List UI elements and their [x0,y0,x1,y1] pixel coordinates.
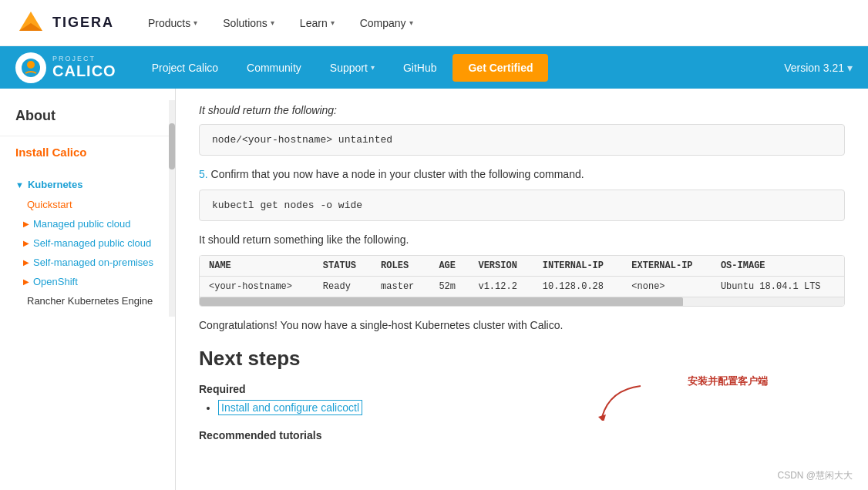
sidebar-managed-cloud[interactable]: ▶ Managed public cloud [15,214,160,233]
nodes-table: NAME STATUS ROLES AGE VERSION INTERNAL-I… [200,256,844,297]
learn-chevron-icon: ▾ [331,18,335,27]
sidebar-rancher[interactable]: Rancher Kubernetes Engine [15,291,160,310]
openshift-triangle-icon: ▶ [23,277,29,286]
svg-point-3 [27,61,35,69]
calico-logo-text: PROJECT CALICO [52,55,116,80]
table-scrollbar-thumb[interactable] [200,297,683,307]
step-number: 5. [199,168,211,180]
annotation-area: 安装并配置客户端 Install and configure calicoctl [199,401,845,414]
company-chevron-icon: ▾ [409,18,413,27]
table-header-row: NAME STATUS ROLES AGE VERSION INTERNAL-I… [200,256,844,277]
self-managed-on-premises-triangle-icon: ▶ [23,258,29,267]
kubernetes-arrow-icon: ▼ [15,180,24,190]
sidebar-quickstart[interactable]: Quickstart [15,195,160,214]
sidebar: About Install Calico ▼ Kubernetes Quicks… [0,89,176,490]
col-internal-ip: INTERNAL-IP [533,256,623,277]
main-container: About Install Calico ▼ Kubernetes Quicks… [0,89,868,490]
solutions-nav-link[interactable]: Solutions ▾ [212,11,285,35]
sidebar-scroll-area: About Install Calico ▼ Kubernetes Quicks… [0,100,175,317]
calico-logo[interactable]: PROJECT CALICO [15,52,116,83]
github-link[interactable]: GitHub [391,55,449,80]
get-certified-button[interactable]: Get Certified [453,54,548,82]
cell-external-ip: <none> [622,277,712,297]
col-roles: ROLES [372,256,429,277]
sidebar-openshift[interactable]: ▶ OpenShift [15,272,160,291]
sidebar-scrollbar-thumb[interactable] [169,123,175,169]
tigera-logo-text: TIGERA [52,15,114,31]
step-5-text: 5. Confirm that you now have a node in y… [199,168,845,180]
solutions-chevron-icon: ▾ [271,18,274,27]
version-chevron-icon: ▾ [847,62,853,74]
col-external-ip: EXTERNAL-IP [622,256,712,277]
sidebar-kubernetes[interactable]: ▼ Kubernetes [15,174,160,195]
sidebar-scrollbar-track[interactable] [169,100,175,317]
sidebar-self-managed-public[interactable]: ▶ Self-managed public cloud [15,233,160,253]
calico-navigation: PROJECT CALICO Project Calico Community … [0,46,868,89]
recommended-tutorials-label: Recommended tutorials [199,429,845,441]
install-calicoctl-link[interactable]: Install and configure calicoctl [218,400,362,415]
products-nav-link[interactable]: Products ▾ [137,11,208,35]
annotation-arrow [587,382,648,421]
should-return-text: It should return the following: [199,104,845,116]
self-managed-public-triangle-icon: ▶ [23,239,29,247]
managed-cloud-triangle-icon: ▶ [23,220,29,228]
calico-logo-icon [15,52,46,83]
code-block-1: node/<your-hostname> untainted [199,124,845,156]
code-block-2: kubectl get nodes -o wide [199,190,845,221]
required-list-item: Install and configure calicoctl [218,401,845,414]
col-os-image: OS-IMAGE [712,256,844,277]
table-body: <your-hostname> Ready master 52m v1.12.2… [200,277,844,297]
congrats-text: Congratulations! You now have a single-h… [199,319,845,331]
it-should-return: It should return something like the foll… [199,233,845,246]
top-navigation: TIGERA Products ▾ Solutions ▾ Learn ▾ Co… [0,0,868,46]
cell-version: v1.12.2 [469,277,533,297]
next-steps-heading: Next steps [199,347,845,371]
sidebar-about: About [0,100,175,136]
chinese-annotation-text: 安装并配置客户端 [688,374,768,388]
col-status: STATUS [314,256,372,277]
cell-hostname: <your-hostname> [200,277,314,297]
tigera-logo[interactable]: TIGERA [15,8,114,39]
sidebar-install-calico[interactable]: Install Calico [0,136,175,168]
col-name: NAME [200,256,314,277]
table-row: <your-hostname> Ready master 52m v1.12.2… [200,277,844,297]
cell-status: Ready [314,277,372,297]
calico-nav-links: Project Calico Community Support ▾ GitHu… [140,54,784,82]
top-nav-links: Products ▾ Solutions ▾ Learn ▾ Company ▾ [137,11,424,35]
sidebar-section: ▼ Kubernetes Quickstart ▶ Managed public… [0,168,175,317]
table-scrollbar-track[interactable] [200,297,844,306]
csdn-watermark: CSDN @慧闲大大 [777,469,853,482]
support-chevron-icon: ▾ [371,63,375,72]
col-age: AGE [429,256,469,277]
cell-age: 52m [429,277,469,297]
support-link[interactable]: Support ▾ [318,55,387,80]
cell-os-image: Ubuntu 18.04.1 LTS [712,277,844,297]
learn-nav-link[interactable]: Learn ▾ [289,11,345,35]
sidebar-self-managed-on-premises[interactable]: ▶ Self-managed on-premises [15,253,160,272]
col-version: VERSION [469,256,533,277]
table-header: NAME STATUS ROLES AGE VERSION INTERNAL-I… [200,256,844,277]
content-area: It should return the following: node/<yo… [176,89,868,490]
company-nav-link[interactable]: Company ▾ [349,11,424,35]
cell-internal-ip: 10.128.0.28 [533,277,623,297]
version-selector[interactable]: Version 3.21 ▾ [784,62,853,74]
project-calico-link[interactable]: Project Calico [140,55,230,80]
community-link[interactable]: Community [234,55,314,80]
table-container: NAME STATUS ROLES AGE VERSION INTERNAL-I… [199,255,845,307]
required-list: Install and configure calicoctl [199,401,845,414]
cell-roles: master [372,277,429,297]
products-chevron-icon: ▾ [193,18,197,27]
